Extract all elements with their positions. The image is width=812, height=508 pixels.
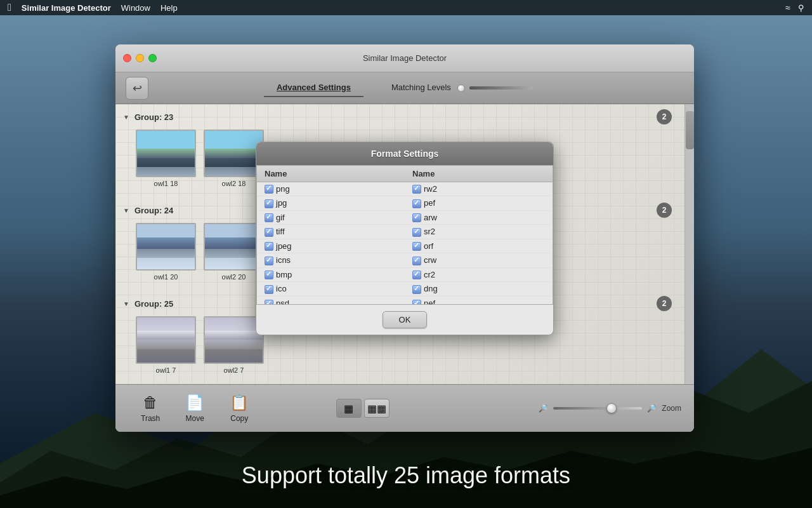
format-name-right-6: cr2 [424,270,435,279]
format-name-right-7: dng [424,284,438,293]
app-window: Similar Image Detector ↩ Advanced Settin… [115,44,694,432]
format-name-left-0: png [276,184,290,194]
format-name-right-3: sr2 [424,227,435,236]
format-checkbox-left-0[interactable] [265,185,273,194]
format-checkbox-right-8[interactable] [412,300,421,305]
format-name-right-8: nef [424,298,435,305]
wifi-icon: ≈ [785,3,790,13]
format-checkbox-right-1[interactable] [412,199,421,208]
menubar:  Similar Image Detector Window Help ≈ ⚲ [0,0,812,15]
format-name-left-5: icns [276,255,291,265]
format-checkbox-left-5[interactable] [265,257,273,265]
format-table-container[interactable]: Name Name pngrw2jpgpefgifarwtiffsr2jpego… [256,165,553,305]
format-name-left-8: psd [276,298,289,305]
modal-overlay: Format Settings Name Name [115,104,694,384]
modal-body: Name Name pngrw2jpgpefgifarwtiffsr2jpego… [256,165,553,305]
format-name-left-3: tiff [276,227,285,236]
format-checkbox-left-7[interactable] [265,285,273,294]
table-row: tiffsr2 [257,225,553,239]
format-checkbox-left-8[interactable] [265,300,273,305]
menubar-help[interactable]: Help [160,3,178,13]
format-name-left-6: bmp [276,270,292,279]
format-checkbox-left-3[interactable] [265,228,273,237]
modal-title: Format Settings [256,142,553,165]
format-checkbox-left-1[interactable] [265,199,273,208]
main-content: ▼ Group: 23 2 owl1 18 owl2 18 [115,104,694,384]
format-checkbox-left-4[interactable] [265,242,273,251]
table-row: icodng [257,282,553,297]
format-name-left-7: ico [276,284,287,293]
table-row: psdnef [257,297,553,305]
format-checkbox-right-7[interactable] [412,285,421,294]
modal-footer: OK [256,305,553,335]
table-row: bmpcr2 [257,267,553,282]
format-name-right-1: pef [424,198,435,208]
format-name-left-4: jpeg [276,241,292,251]
format-name-right-0: rw2 [424,184,437,194]
menubar-app-name[interactable]: Similar Image Detector [22,3,111,13]
bottom-text: Support totally 25 image formats [0,462,812,489]
col2-header: Name [405,166,553,182]
format-name-right-4: orf [424,241,433,251]
format-checkbox-left-6[interactable] [265,271,273,279]
search-icon[interactable]: ⚲ [798,3,804,13]
format-name-left-2: gif [276,213,285,222]
format-name-right-5: crw [424,255,436,265]
table-row: icnscrw [257,253,553,268]
format-name-right-2: arw [424,213,437,222]
ok-button[interactable]: OK [383,311,427,328]
format-checkbox-right-5[interactable] [412,257,421,265]
format-checkbox-right-2[interactable] [412,213,421,222]
format-name-left-1: jpg [276,198,287,208]
table-row: jpgpef [257,196,553,211]
format-checkbox-right-3[interactable] [412,228,421,237]
format-checkbox-right-4[interactable] [412,242,421,251]
table-row: jpegorf [257,239,553,253]
menubar-window[interactable]: Window [121,3,150,13]
table-row: gifarw [257,210,553,225]
format-settings-modal: Format Settings Name Name [256,142,554,335]
col1-header: Name [257,166,405,182]
format-checkbox-left-2[interactable] [265,213,273,222]
table-row: pngrw2 [257,182,553,196]
format-table: Name Name pngrw2jpgpefgifarwtiffsr2jpego… [257,166,553,305]
apple-menu[interactable]:  [8,2,11,13]
format-checkbox-right-6[interactable] [412,271,421,279]
format-checkbox-right-0[interactable] [412,185,421,194]
